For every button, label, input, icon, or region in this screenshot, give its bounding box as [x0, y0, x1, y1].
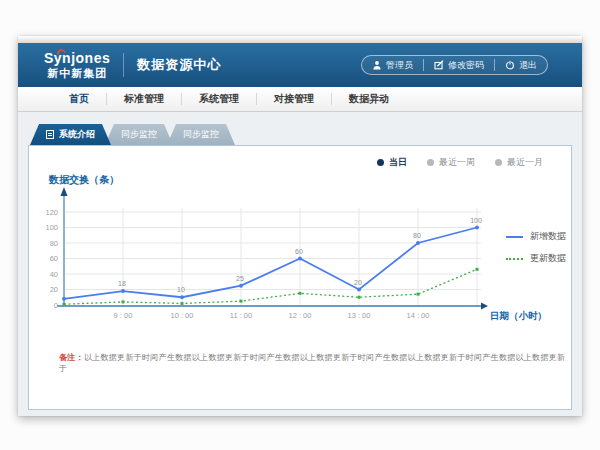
nav-item-system-mgmt[interactable]: 系统管理: [182, 92, 256, 106]
green-dotted-swatch-icon: [506, 258, 523, 260]
app-window: Synjones 新中新集团 数据资源中心 管理员 修改密码: [18, 36, 582, 416]
filter-last-month-label: 最近一月: [507, 156, 543, 169]
legend-item-update-data[interactable]: 更新数据: [506, 252, 566, 265]
svg-text:120: 120: [45, 208, 58, 217]
radio-dot-icon: [377, 159, 384, 166]
svg-text:日期（小时）: 日期（小时）: [490, 310, 547, 322]
svg-text:11 : 00: 11 : 00: [230, 311, 252, 320]
logout-button[interactable]: 退出: [494, 59, 547, 71]
svg-text:9 : 00: 9 : 00: [114, 311, 133, 320]
series-legend: 新增数据 更新数据: [506, 230, 566, 274]
footnote-text: 以上数据更新于时间产生数据以上数据更新于时间产生数据以上数据更新于时间产生数据以…: [59, 353, 565, 373]
window-top-shine: [18, 36, 582, 43]
svg-text:10 : 00: 10 : 00: [171, 311, 194, 320]
footnote-prefix: 备注：: [59, 353, 84, 362]
nav-item-home[interactable]: 首页: [52, 92, 106, 106]
tab-system-intro[interactable]: 系统介绍: [30, 124, 111, 145]
radio-dot-icon: [495, 159, 502, 166]
svg-text:10: 10: [177, 286, 185, 293]
blue-line-swatch-icon: [506, 236, 523, 238]
tab-sync-monitor-2-label: 同步监控: [183, 124, 219, 145]
tab-sync-monitor-1[interactable]: 同步监控: [105, 124, 173, 145]
line-chart: 0204060801001209 : 0010 : 0011 : 0012 : …: [29, 176, 573, 336]
legend-update-data-label: 更新数据: [530, 252, 566, 265]
legend-new-data-label: 新增数据: [530, 230, 566, 243]
svg-text:12 : 00: 12 : 00: [289, 311, 312, 320]
filter-today[interactable]: 当日: [377, 156, 407, 169]
legend-item-new-data[interactable]: 新增数据: [506, 230, 566, 243]
svg-text:100: 100: [45, 223, 58, 232]
tab-bar: 系统介绍 同步监控 同步监控: [30, 124, 235, 145]
brand-name: Synjones: [44, 51, 110, 65]
svg-text:80: 80: [413, 232, 421, 239]
brand-logo: Synjones 新中新集团: [44, 51, 110, 79]
edit-icon: [434, 60, 444, 70]
tab-sync-monitor-2[interactable]: 同步监控: [167, 124, 235, 145]
change-password-button[interactable]: 修改密码: [423, 59, 494, 71]
filter-last-month[interactable]: 最近一月: [495, 156, 543, 169]
svg-text:80: 80: [50, 239, 58, 248]
nav-item-interface-mgmt[interactable]: 对接管理: [257, 92, 331, 106]
period-filters: 当日 最近一周 最近一月: [377, 156, 543, 169]
admin-user-label: 管理员: [386, 59, 413, 72]
filter-today-label: 当日: [389, 156, 407, 169]
svg-text:60: 60: [295, 248, 303, 255]
main-nav: 首页 标准管理 系统管理 对接管理 数据异动: [18, 87, 582, 112]
svg-text:20: 20: [50, 285, 58, 294]
svg-text:60: 60: [50, 254, 58, 263]
user-actions: 管理员 修改密码 退出: [361, 55, 548, 75]
svg-text:25: 25: [236, 275, 244, 282]
chart-panel: 当日 最近一周 最近一月 数据交换（条） 0204060801001209 : …: [28, 145, 572, 410]
nav-item-data-change[interactable]: 数据异动: [332, 92, 406, 106]
svg-text:14 : 00: 14 : 00: [407, 311, 430, 320]
svg-text:20: 20: [354, 279, 362, 286]
app-header: Synjones 新中新集团 数据资源中心 管理员 修改密码: [18, 43, 582, 87]
nav-item-standard-mgmt[interactable]: 标准管理: [107, 92, 181, 106]
footnote: 备注：以上数据更新于时间产生数据以上数据更新于时间产生数据以上数据更新于时间产生…: [59, 352, 571, 374]
logout-label: 退出: [519, 59, 537, 72]
filter-last-week[interactable]: 最近一周: [427, 156, 475, 169]
content-area: 系统介绍 同步监控 同步监控 当日 最近一周: [18, 112, 582, 416]
svg-text:40: 40: [50, 270, 58, 279]
admin-user-button[interactable]: 管理员: [362, 59, 423, 71]
user-icon: [372, 60, 382, 70]
logout-icon: [505, 60, 515, 70]
change-password-label: 修改密码: [448, 59, 484, 72]
svg-text:13 : 00: 13 : 00: [348, 311, 371, 320]
svg-text:18: 18: [118, 280, 126, 287]
tab-system-intro-label: 系统介绍: [59, 124, 95, 145]
brand-name-cn: 新中新集团: [44, 68, 110, 79]
document-icon: [46, 130, 54, 139]
page-title: 数据资源中心: [137, 56, 221, 74]
filter-last-week-label: 最近一周: [439, 156, 475, 169]
tab-sync-monitor-1-label: 同步监控: [121, 124, 157, 145]
radio-dot-icon: [427, 159, 434, 166]
svg-text:100: 100: [470, 217, 482, 224]
header-divider: [123, 53, 124, 77]
